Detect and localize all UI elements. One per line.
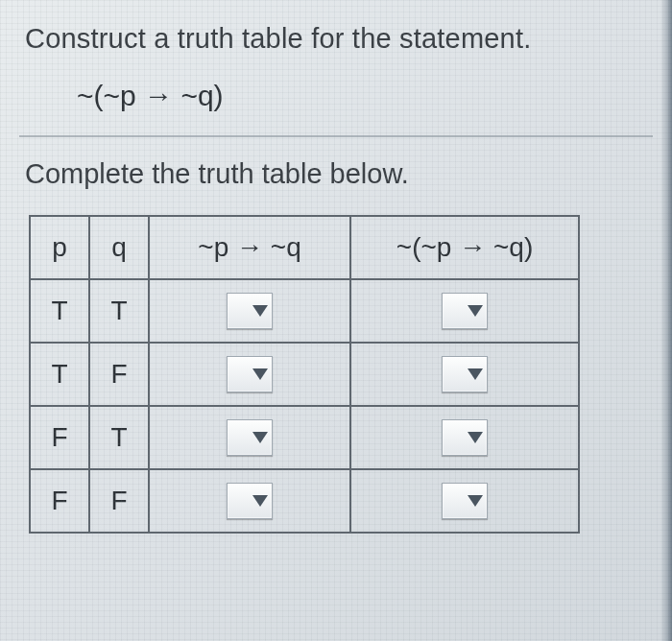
- dropdown-row4-col4[interactable]: [442, 483, 488, 519]
- cell-dropdown: [149, 469, 350, 533]
- header-imp: ~p → ~q: [149, 216, 350, 279]
- subinstruction-text: Complete the truth table below.: [25, 158, 653, 190]
- table-row: F F: [30, 469, 579, 533]
- instruction-text: Construct a truth table for the statemen…: [25, 23, 653, 55]
- cell-p: T: [30, 343, 89, 406]
- chevron-down-icon: [252, 495, 268, 507]
- cell-dropdown: [350, 406, 579, 469]
- dropdown-row2-col3[interactable]: [227, 356, 273, 392]
- header-q: q: [89, 216, 149, 279]
- dropdown-row3-col3[interactable]: [227, 419, 273, 456]
- cell-dropdown: [350, 279, 579, 343]
- dropdown-row1-col4[interactable]: [442, 293, 488, 329]
- cell-dropdown: [149, 279, 350, 343]
- chevron-down-icon: [252, 432, 268, 443]
- truth-table: p q ~p → ~q ~(~p → ~q) T T T F: [29, 215, 580, 534]
- chevron-down-icon: [252, 368, 268, 380]
- chevron-down-icon: [468, 305, 483, 317]
- chevron-down-icon: [468, 368, 483, 380]
- header-neg-imp: ~(~p → ~q): [350, 216, 579, 279]
- cell-q: T: [89, 279, 149, 343]
- chevron-down-icon: [468, 432, 483, 443]
- cell-p: T: [30, 279, 89, 343]
- cell-q: F: [89, 343, 149, 406]
- table-row: T F: [30, 343, 579, 406]
- chevron-down-icon: [252, 305, 268, 317]
- dropdown-row1-col3[interactable]: [227, 293, 273, 329]
- dropdown-row2-col4[interactable]: [442, 356, 488, 392]
- cell-dropdown: [149, 406, 350, 469]
- cell-p: F: [30, 469, 89, 533]
- cell-p: F: [30, 406, 89, 469]
- cell-q: T: [89, 406, 149, 469]
- header-p: p: [30, 216, 89, 279]
- dropdown-row4-col3[interactable]: [227, 483, 273, 519]
- cell-q: F: [89, 469, 149, 533]
- table-header-row: p q ~p → ~q ~(~p → ~q): [30, 216, 579, 279]
- cell-dropdown: [149, 343, 350, 406]
- cell-dropdown: [350, 469, 579, 533]
- table-row: T T: [30, 279, 579, 343]
- dropdown-row3-col4[interactable]: [442, 419, 488, 456]
- section-divider: [19, 135, 653, 137]
- cell-dropdown: [350, 343, 579, 406]
- table-row: F T: [30, 406, 579, 469]
- chevron-down-icon: [468, 495, 483, 507]
- logical-expression: ~(~p → ~q): [77, 80, 653, 112]
